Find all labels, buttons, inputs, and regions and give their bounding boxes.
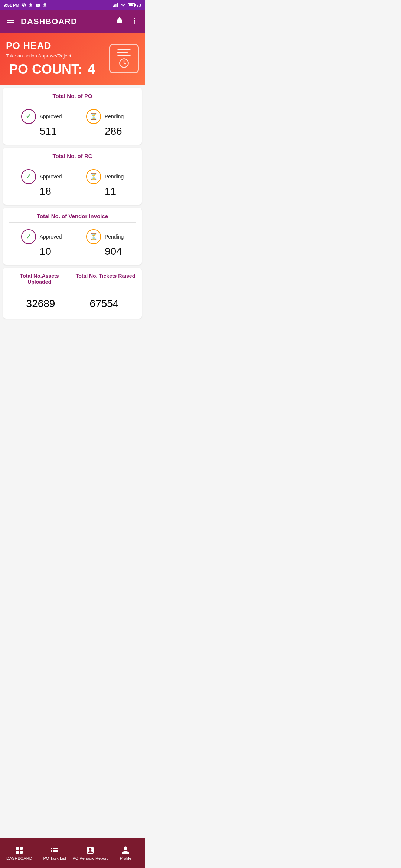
vi-pending-header: ⏳ Pending: [86, 229, 124, 244]
svg-rect-3: [117, 3, 118, 7]
po-count-value: 4: [88, 62, 95, 77]
app-bar: DASHBOARD: [0, 10, 145, 33]
rc-pending-stat: ⏳ Pending 11: [86, 169, 124, 197]
signal-icon: [113, 3, 119, 7]
po-card-title: Total No. of PO: [9, 93, 136, 102]
po-pending-hourglass-icon: ⏳: [86, 109, 101, 124]
rc-pending-hourglass-icon: ⏳: [86, 169, 101, 184]
status-time: 9:51 PM: [4, 3, 19, 7]
status-right: 73: [113, 3, 141, 7]
vi-approved-stat: ✓ Approved 10: [21, 229, 62, 257]
po-count-row: PO COUNT: 4: [6, 62, 95, 77]
vi-pending-value: 904: [105, 246, 122, 257]
rc-approved-label: Approved: [40, 174, 62, 180]
vi-approved-check-icon: ✓: [21, 229, 36, 244]
rc-card-stats: ✓ Approved 18 ⏳ Pending 11: [9, 166, 136, 199]
menu-icon: [6, 16, 15, 25]
rc-pending-header: ⏳ Pending: [86, 169, 124, 184]
rc-pending-label: Pending: [105, 174, 124, 180]
po-approved-value: 511: [40, 125, 57, 137]
assets-value: 32689: [10, 298, 71, 310]
po-pending-value: 286: [105, 125, 122, 137]
doc-line-2: [117, 52, 128, 53]
svg-rect-0: [113, 6, 114, 7]
menu-button[interactable]: [6, 16, 15, 27]
app-bar-actions: [115, 16, 139, 27]
mute-icon: [21, 3, 26, 8]
hero-banner: PO HEAD Take an action Approve/Reject PO…: [0, 33, 145, 85]
status-left: 9:51 PM: [4, 3, 48, 8]
scroll-content: Total No. of PO ✓ Approved 511 ⏳ Pending…: [0, 85, 145, 356]
doc-line-1: [117, 49, 131, 50]
rc-approved-value: 18: [40, 185, 51, 197]
rc-approved-header: ✓ Approved: [21, 169, 62, 184]
more-options-button[interactable]: [130, 16, 139, 27]
po-pending-stat: ⏳ Pending 286: [86, 109, 124, 137]
po-approved-stat: ✓ Approved 511: [21, 109, 62, 137]
assets-title: Total No.Assets Uploaded: [9, 273, 70, 285]
vi-pending-label: Pending: [105, 234, 124, 240]
vi-pending-hourglass-icon: ⏳: [86, 229, 101, 244]
tickets-value: 67554: [74, 298, 134, 310]
po-pending-label: Pending: [105, 114, 124, 119]
clock-icon: [119, 58, 129, 68]
doc-lines: [117, 49, 131, 56]
more-icon: [130, 16, 139, 25]
assets-tickets-card: Total No.Assets Uploaded Total No. Ticke…: [3, 268, 142, 319]
assets-tickets-values: 32689 67554: [9, 295, 136, 313]
po-approved-check-icon: ✓: [21, 109, 36, 124]
vi-card: Total No. of Vendor Invoice ✓ Approved 1…: [3, 208, 142, 265]
rc-pending-value: 11: [105, 185, 116, 197]
wifi-icon: [120, 3, 126, 7]
po-card: Total No. of PO ✓ Approved 511 ⏳ Pending…: [3, 88, 142, 145]
battery-icon: [128, 3, 135, 7]
hero-text: PO HEAD Take an action Approve/Reject PO…: [6, 40, 95, 77]
svg-rect-1: [114, 4, 115, 7]
vi-card-stats: ✓ Approved 10 ⏳ Pending 904: [9, 226, 136, 259]
po-approved-label: Approved: [40, 114, 62, 119]
bell-icon: [115, 16, 124, 25]
po-approved-header: ✓ Approved: [21, 109, 62, 124]
notification-button[interactable]: [115, 16, 124, 27]
download-icon: [42, 3, 48, 8]
po-card-stats: ✓ Approved 511 ⏳ Pending 286: [9, 106, 136, 139]
vi-card-title: Total No. of Vendor Invoice: [9, 213, 136, 223]
hero-subtitle: Take an action Approve/Reject: [6, 53, 95, 59]
vi-approved-value: 10: [40, 246, 51, 257]
status-bar: 9:51 PM 73: [0, 0, 145, 10]
rc-card-title: Total No. of RC: [9, 153, 136, 162]
rc-card: Total No. of RC ✓ Approved 18 ⏳ Pending …: [3, 148, 142, 205]
hero-document-icon: [109, 44, 139, 73]
youtube-icon: [35, 3, 40, 8]
vi-pending-stat: ⏳ Pending 904: [86, 229, 124, 257]
po-pending-header: ⏳ Pending: [86, 109, 124, 124]
svg-rect-2: [115, 4, 116, 7]
upload-icon: [28, 3, 33, 8]
tickets-title: Total No. Tickets Raised: [75, 273, 136, 285]
battery-percent: 73: [137, 3, 141, 7]
doc-line-3: [117, 55, 131, 56]
rc-approved-stat: ✓ Approved 18: [21, 169, 62, 197]
po-count-label: PO COUNT:: [9, 62, 82, 77]
vi-approved-header: ✓ Approved: [21, 229, 62, 244]
rc-approved-check-icon: ✓: [21, 169, 36, 184]
hero-role: PO HEAD: [6, 40, 95, 52]
vi-approved-label: Approved: [40, 234, 62, 240]
assets-tickets-header: Total No.Assets Uploaded Total No. Ticke…: [9, 273, 136, 289]
app-bar-title: DASHBOARD: [21, 17, 109, 26]
